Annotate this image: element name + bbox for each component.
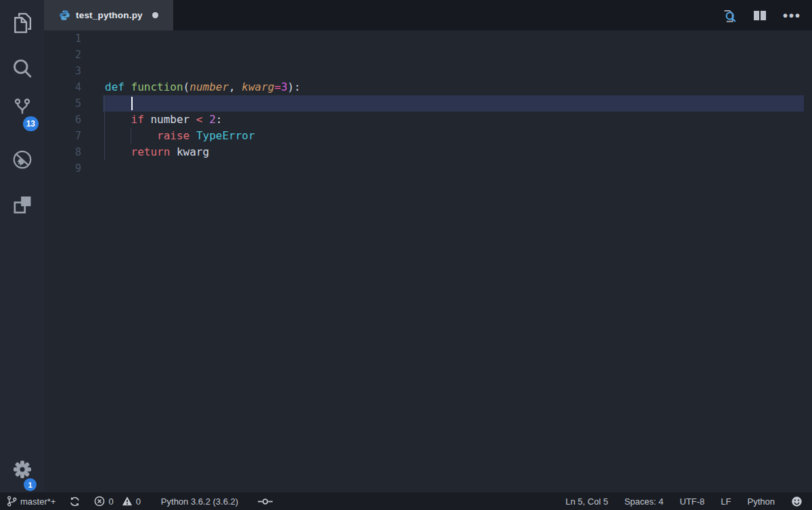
code-token	[203, 113, 210, 126]
sidebar-item-extensions[interactable]	[0, 187, 44, 223]
warning-count: 0	[136, 496, 141, 507]
commit-lens-button[interactable]	[257, 497, 273, 506]
code-token: ,	[229, 80, 242, 93]
code-lines: 1234def function(number, kwarg=3):5 6 if…	[44, 30, 812, 177]
code-token: kwarg	[177, 145, 209, 158]
feedback-smiley-icon	[791, 496, 803, 507]
vscode-window: 13	[0, 0, 812, 510]
line-number: 1	[44, 30, 81, 47]
code-token: =	[274, 80, 281, 93]
line-number: 3	[44, 63, 81, 79]
code-line[interactable]: 9	[44, 160, 812, 177]
sidebar-item-source-control[interactable]: 13	[0, 91, 44, 126]
tab-label: test_python.py	[76, 10, 143, 20]
warning-icon	[122, 496, 133, 507]
code-line[interactable]: 3	[44, 63, 812, 79]
code-token: if	[131, 113, 144, 126]
cursor-position-label: Ln 5, Col 5	[566, 496, 608, 507]
code-editor[interactable]: 1234def function(number, kwarg=3):5 6 if…	[44, 30, 812, 492]
git-branch-icon	[7, 495, 17, 507]
code-line[interactable]: 7 raise TypeError	[44, 128, 812, 144]
status-bar: master*+	[0, 492, 812, 510]
more-actions-button[interactable]: •••	[783, 9, 801, 22]
status-bar-left: master*+	[7, 495, 287, 507]
code-text	[105, 95, 131, 112]
debug-icon	[11, 148, 34, 171]
sidebar-item-debug[interactable]	[0, 142, 44, 177]
code-token: (	[183, 80, 190, 93]
code-token: number	[189, 80, 229, 93]
code-line[interactable]: 6 if number < 2:	[44, 112, 812, 128]
code-text: return kwarg	[105, 144, 209, 160]
indentation-item[interactable]: Spaces: 4	[625, 496, 664, 507]
code-token	[105, 129, 157, 142]
tab-actions: •••	[721, 0, 812, 30]
problems-item[interactable]: 0 0	[94, 496, 140, 507]
sidebar-item-explorer[interactable]	[0, 5, 44, 41]
git-branch-item[interactable]: master*+	[7, 495, 55, 507]
code-line[interactable]: 2	[44, 47, 812, 63]
code-token: kwarg	[242, 80, 274, 93]
modified-dot-icon[interactable]	[152, 12, 158, 18]
settings-gear-icon	[12, 459, 33, 480]
code-text: def function(number, kwarg=3):	[105, 79, 300, 95]
feedback-button[interactable]	[791, 496, 803, 507]
code-text: if number < 2:	[105, 112, 222, 128]
eol-item[interactable]: LF	[721, 496, 731, 507]
scm-badge: 13	[23, 116, 39, 131]
split-editor-icon	[753, 9, 767, 22]
code-token: TypeError	[196, 129, 255, 142]
code-line[interactable]: 1	[44, 30, 812, 47]
activity-bar: 13	[0, 0, 44, 492]
error-icon	[94, 496, 105, 507]
code-token: return	[131, 145, 171, 158]
line-number: 9	[44, 160, 81, 177]
sync-button[interactable]	[69, 496, 81, 507]
text-cursor	[131, 97, 133, 110]
status-bar-right: Ln 5, Col 5 Spaces: 4 UTF-8 LF Python	[549, 496, 803, 507]
search-icon	[10, 57, 35, 81]
line-number: 7	[44, 128, 81, 144]
code-token	[105, 145, 131, 158]
code-token: function	[131, 80, 183, 93]
code-token: :	[216, 113, 223, 126]
settings-badge: 1	[24, 478, 37, 491]
sidebar-item-search[interactable]	[0, 51, 44, 87]
language-mode-item[interactable]: Python	[748, 496, 775, 507]
code-token	[105, 113, 131, 126]
code-token	[189, 129, 196, 142]
code-line[interactable]: 8 return kwarg	[44, 144, 812, 160]
code-token: def	[105, 80, 125, 93]
open-changes-button[interactable]	[721, 7, 737, 24]
encoding-item[interactable]: UTF-8	[680, 496, 705, 507]
split-editor-button[interactable]	[753, 9, 767, 22]
python-interpreter-item[interactable]: Python 3.6.2 (3.6.2)	[161, 496, 238, 507]
line-number: 4	[44, 79, 81, 95]
language-label: Python	[748, 496, 775, 507]
code-line[interactable]: 4def function(number, kwarg=3):	[44, 79, 812, 95]
line-number: 5	[44, 95, 81, 112]
eol-label: LF	[721, 496, 731, 507]
cursor-position-item[interactable]: Ln 5, Col 5	[566, 496, 608, 507]
python-icon	[59, 9, 70, 21]
code-token: ):	[288, 80, 300, 93]
extensions-icon	[11, 193, 34, 216]
code-text: raise TypeError	[105, 128, 255, 144]
open-changes-icon	[721, 7, 737, 24]
code-token	[125, 80, 131, 93]
code-line[interactable]: 5	[44, 95, 812, 112]
line-number: 2	[44, 47, 81, 63]
line-number: 6	[44, 112, 81, 128]
code-token: <	[196, 113, 203, 126]
code-token: number	[144, 113, 196, 126]
code-token	[170, 145, 177, 158]
error-count: 0	[108, 496, 113, 507]
python-version-label: Python 3.6.2 (3.6.2)	[161, 496, 238, 507]
code-token: raise	[157, 129, 189, 142]
more-actions-icon: •••	[783, 9, 801, 22]
settings-gear-button[interactable]: 1	[0, 452, 44, 487]
tab-test-python[interactable]: test_python.py	[44, 0, 173, 30]
commit-icon	[257, 497, 273, 506]
explorer-icon	[9, 9, 35, 37]
line-number: 8	[44, 144, 81, 160]
